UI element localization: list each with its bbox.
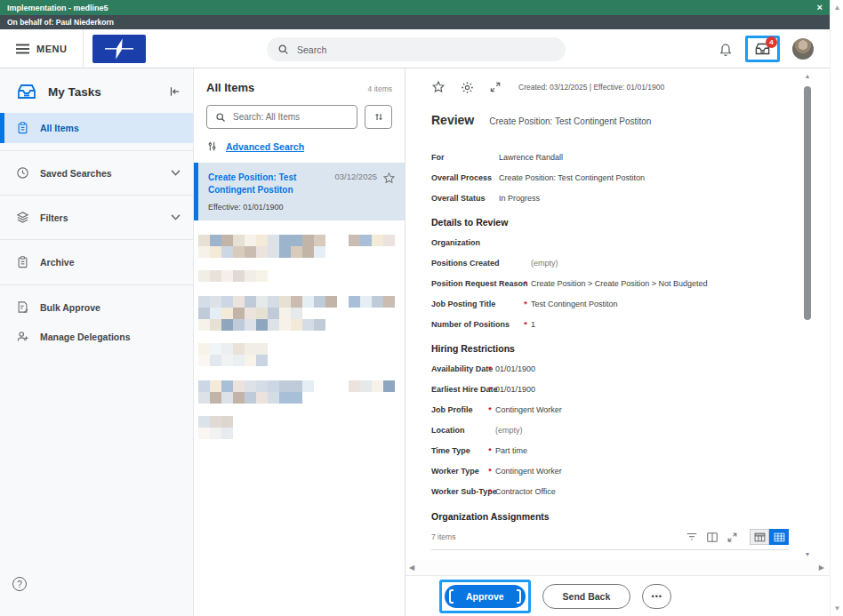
field-value: Contingent Worker: [495, 467, 789, 476]
sidebar-divider: [0, 195, 193, 196]
help-button[interactable]: ?: [12, 577, 27, 591]
expand-icon[interactable]: [727, 532, 738, 543]
page-scroll-down-icon[interactable]: ▼: [831, 604, 843, 612]
table-view-icon[interactable]: [750, 529, 769, 545]
task-list-item-selected[interactable]: Create Position: Test Contingent Postito…: [194, 163, 405, 220]
required-asterisk: *: [520, 320, 531, 329]
sidebar-item-filters[interactable]: Filters: [0, 203, 193, 232]
grid-heading: Organization Assignments: [431, 511, 789, 522]
scroll-up-icon[interactable]: ▲: [803, 73, 812, 79]
gear-icon[interactable]: [461, 81, 474, 94]
sort-icon: [373, 111, 384, 123]
scroll-left-icon[interactable]: ◀: [409, 564, 414, 572]
task-item-title: Create Position: Test Contingent Postito…: [208, 172, 322, 196]
field-label: Positions Created: [431, 259, 520, 268]
list-count: 4 items: [368, 84, 392, 93]
focus-bracket-right: [517, 589, 521, 604]
menu-button[interactable]: MENU: [0, 29, 83, 68]
more-actions-button[interactable]: •••: [642, 584, 671, 609]
task-list-item-redacted[interactable]: [198, 380, 405, 439]
required-asterisk: *: [485, 446, 495, 455]
scrollbar-thumb[interactable]: [804, 86, 811, 320]
list-title: All Items: [206, 81, 368, 94]
global-search[interactable]: [267, 37, 566, 61]
required-asterisk: *: [485, 385, 495, 394]
person-plus-icon: [16, 330, 29, 343]
sidebar-item-manage-delegations[interactable]: Manage Delegations: [0, 322, 193, 351]
sidebar-item-label: Saved Searches: [40, 168, 160, 179]
layers-icon: [16, 211, 29, 224]
sidebar-title: My Tasks: [48, 85, 157, 99]
send-back-button[interactable]: Send Back: [542, 584, 631, 609]
grid-view-icon[interactable]: [769, 529, 789, 545]
global-search-input[interactable]: [297, 44, 528, 55]
app-window: Implementation - medline5 × On behalf of…: [0, 0, 843, 616]
approve-button[interactable]: Approve: [445, 585, 526, 608]
sort-button[interactable]: [365, 105, 392, 129]
field-label: Position Request Reason: [431, 279, 520, 288]
grid-count: 7 items: [431, 532, 686, 541]
field-label: Overall Process: [431, 173, 488, 182]
expand-icon[interactable]: [489, 81, 502, 93]
clock-icon: [16, 166, 29, 180]
horizontal-scrollbar: ◀ ▶: [405, 560, 830, 576]
inbox-annotation-box: 4: [745, 36, 780, 62]
task-list-item-redacted[interactable]: [198, 296, 405, 366]
chevron-down-icon: [171, 214, 181, 220]
field-value: Part time: [495, 446, 789, 455]
field-row: Position Request Reason*Create Position …: [431, 279, 789, 291]
close-icon[interactable]: ×: [817, 3, 823, 12]
filter-icon[interactable]: [686, 532, 698, 542]
window-title: Implementation - medline5: [7, 4, 108, 12]
sidebar-item-saved-searches[interactable]: Saved Searches: [0, 158, 193, 188]
required-asterisk: *: [485, 364, 495, 373]
field-label: Time Type: [431, 446, 485, 455]
menu-label: MENU: [36, 44, 67, 54]
brand-logo[interactable]: [92, 35, 146, 63]
field-value: Test Contingent Postiton: [531, 300, 789, 308]
my-tasks-tray-icon: [16, 83, 37, 100]
clipboard-icon: [16, 121, 29, 135]
field-label: Earliest Hire Date: [431, 385, 485, 394]
my-tasks-inbox-button[interactable]: 4: [754, 42, 771, 56]
required-asterisk: *: [520, 300, 531, 308]
grid-toolbar: 7 items: [431, 529, 789, 550]
notifications-button[interactable]: [719, 42, 733, 57]
list-search-input[interactable]: [233, 112, 340, 122]
page-scroll-up-icon[interactable]: ▲: [831, 4, 843, 12]
column-settings-icon[interactable]: [706, 532, 719, 543]
scroll-down-icon[interactable]: ▼: [803, 551, 812, 557]
collapse-panel-icon[interactable]: [168, 85, 181, 98]
scroll-right-icon[interactable]: ▶: [819, 564, 824, 572]
field-row: Positions Created(empty): [431, 259, 789, 270]
required-asterisk: *: [520, 279, 531, 288]
field-row: Job Posting Title*Test Contingent Postit…: [431, 300, 789, 311]
field-row: Earliest Hire Date*01/01/1900: [431, 385, 789, 396]
field-label: Worker Type: [431, 467, 485, 476]
field-row: Overall StatusIn Progress: [431, 194, 789, 205]
app-header: MENU: [0, 29, 830, 68]
sidebar: My Tasks All ItemsSaved SearchesFiltersA…: [0, 68, 194, 616]
field-row: Worker Sub-Type*Contractor Office: [431, 487, 789, 499]
star-icon[interactable]: [382, 172, 396, 196]
advanced-search-link[interactable]: Advanced Search: [226, 141, 304, 152]
detail-pane: Created: 03/12/2025 | Effective: 01/01/1…: [405, 68, 830, 616]
clipboard-icon: [16, 255, 29, 269]
search-icon: [215, 112, 226, 123]
sidebar-item-label: Manage Delegations: [40, 332, 181, 342]
avatar[interactable]: [792, 38, 814, 60]
sidebar-item-all-items[interactable]: All Items: [0, 113, 193, 143]
field-label: Job Posting Title: [431, 300, 520, 308]
sidebar-item-bulk-approve[interactable]: Bulk Approve: [0, 292, 193, 322]
task-list-item-redacted[interactable]: [198, 235, 405, 282]
field-label: For: [431, 153, 488, 162]
detail-heading: Review: [431, 113, 474, 127]
sidebar-item-archive[interactable]: Archive: [0, 247, 193, 277]
field-row: Time Type*Part time: [431, 446, 789, 458]
field-value: Create Position > Create Position > Not …: [531, 279, 789, 288]
section-heading: Details to Review: [431, 217, 789, 228]
field-value: Contractor Office: [495, 487, 789, 496]
favorite-star-icon[interactable]: [431, 80, 446, 94]
list-search[interactable]: [206, 105, 357, 129]
field-label: Overall Status: [431, 194, 488, 203]
